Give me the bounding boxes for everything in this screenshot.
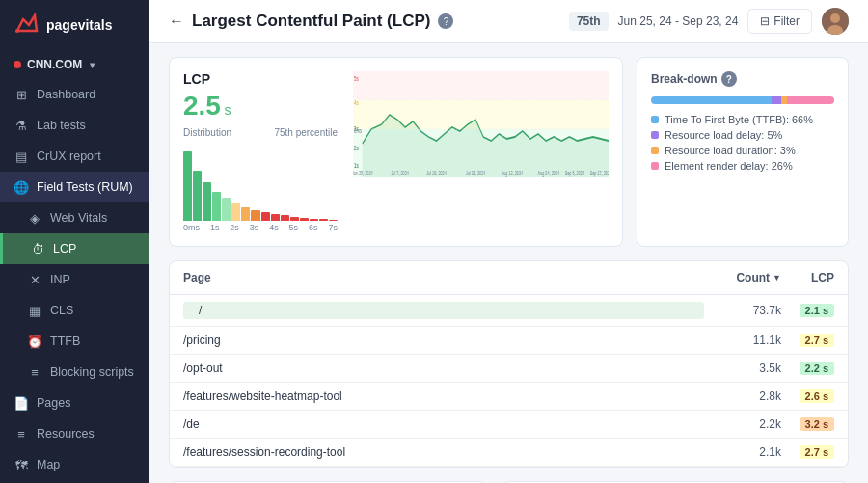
ttfb-icon: ⏰ [27, 334, 42, 349]
svg-text:2s: 2s [354, 144, 359, 152]
breakdown-segment [651, 96, 772, 104]
lcp-badge: 2.2 s [800, 362, 834, 375]
inp-icon: ✕ [27, 272, 42, 287]
sidebar-item-lab-tests[interactable]: ⚗ Lab tests [0, 110, 149, 141]
distribution-chart [183, 144, 338, 221]
sidebar-item-ttfb[interactable]: ⏰ TTFB [0, 326, 149, 357]
sidebar-label-ttfb: TTFB [50, 335, 80, 348]
lcp-badge: 2.7 s [800, 445, 834, 459]
legend-item: Element render delay: 26% [651, 160, 834, 172]
page-title: Largest Contentful Paint (LCP) [192, 12, 430, 31]
legend-item: Resource load delay: 5% [651, 129, 834, 141]
sidebar-label-pages: Pages [37, 396, 70, 410]
sidebar-item-blocking-scripts[interactable]: ≡ Blocking scripts [0, 357, 149, 388]
dist-bar [300, 218, 309, 221]
dist-bar [212, 192, 221, 221]
table-row[interactable]: /features/website-heatmap-tool2.8k2.6 s [170, 383, 848, 411]
field-tests-icon: 🌐 [14, 179, 29, 195]
map-icon: 🗺 [14, 457, 29, 472]
table-row[interactable]: /de2.2k3.2 s [170, 411, 848, 439]
row-lcp: 2.7 s [781, 334, 834, 347]
sort-icon: ▼ [773, 273, 781, 282]
sidebar-item-lcp[interactable]: ⏱ LCP [0, 233, 149, 264]
filter-button[interactable]: ⊟ Filter [747, 9, 812, 34]
help-icon[interactable]: ? [438, 13, 453, 29]
site-dropdown-icon: ▾ [90, 60, 95, 70]
breakdown-segment [772, 96, 781, 104]
top-header: ← Largest Contentful Paint (LCP) ? 75th … [149, 0, 868, 43]
col-count-header[interactable]: Count ▼ [704, 271, 781, 284]
filter-icon: ⊟ [760, 14, 770, 28]
sidebar-item-field-tests[interactable]: 🌐 Field Tests (RUM) [0, 172, 149, 202]
dist-bar [222, 198, 231, 221]
table-row[interactable]: /pricing11.1k2.7 s [170, 327, 848, 355]
dashboard-icon: ⊞ [14, 87, 29, 102]
table-header: Page Count ▼ LCP [170, 261, 848, 295]
row-count: 11.1k [704, 334, 781, 347]
middle-section: Page Count ▼ LCP /73.7k2.1 s/pricing11.1… [169, 260, 849, 468]
row-page: /pricing [183, 334, 704, 347]
site-indicator [14, 61, 21, 68]
svg-text:1s: 1s [354, 161, 359, 170]
svg-text:Sep 17, 2024: Sep 17, 2024 [590, 170, 609, 176]
lcp-unit: s [225, 102, 231, 118]
user-avatar[interactable] [822, 8, 849, 35]
crux-icon: ▤ [14, 148, 29, 164]
sidebar-label-lcp: LCP [53, 242, 76, 255]
svg-text:0ms: 0ms [354, 126, 362, 135]
sidebar-item-crux-report[interactable]: ▤ CrUX report [0, 141, 149, 172]
dist-bar [231, 203, 240, 221]
row-lcp: 2.1 s [781, 304, 834, 317]
table-row[interactable]: /features/session-recording-tool2.1k2.7 … [170, 439, 848, 467]
svg-text:Aug 24, 2024: Aug 24, 2024 [538, 170, 559, 176]
sidebar-label-field-tests: Field Tests (RUM) [37, 180, 133, 194]
site-name: CNN.COM [27, 58, 82, 71]
row-lcp: 2.2 s [781, 362, 834, 375]
sidebar-item-resources[interactable]: ≡ Resources [0, 418, 149, 449]
breakdown-label: Break-down [651, 72, 718, 86]
row-count: 2.8k [704, 389, 781, 403]
breakdown-bar [651, 96, 834, 104]
table-row[interactable]: /73.7k2.1 s [170, 295, 848, 327]
pagevitals-logo-icon [14, 12, 41, 39]
dist-bar [261, 212, 270, 221]
legend-item: Time To First Byte (TTFB): 66% [651, 114, 834, 125]
filter-label: Filter [773, 14, 800, 28]
row-count: 3.5k [704, 362, 781, 375]
dist-bar [241, 207, 250, 221]
row-lcp: 3.2 s [781, 417, 834, 431]
sidebar-label-blocking-scripts: Blocking scripts [50, 365, 134, 379]
sidebar-nav: ⊞ Dashboard ⚗ Lab tests ▤ CrUX report 🌐 … [0, 79, 149, 483]
legend-item: Resource load duration: 3% [651, 145, 834, 156]
main-content: ← Largest Contentful Paint (LCP) ? 75th … [149, 0, 868, 483]
svg-rect-5 [353, 71, 609, 100]
dist-bar [251, 210, 259, 221]
table-row[interactable]: /opt-out3.5k2.2 s [170, 355, 848, 383]
row-count: 2.1k [704, 445, 781, 459]
sidebar-item-cls[interactable]: ▦ CLS [0, 295, 149, 326]
logo-text: pagevitals [46, 17, 112, 33]
sidebar-site[interactable]: CNN.COM ▾ [0, 50, 149, 79]
sidebar-item-map[interactable]: 🗺 Map [0, 449, 149, 480]
legend-dot [651, 147, 659, 154]
breakdown-title: Break-down ? [651, 71, 834, 87]
svg-text:4s: 4s [354, 98, 359, 107]
web-vitals-icon: ◈ [27, 210, 42, 226]
dist-bar [203, 182, 211, 221]
breakdown-help-icon[interactable]: ? [721, 71, 737, 87]
sidebar-item-dashboard[interactable]: ⊞ Dashboard [0, 79, 149, 110]
legend-text: Element render delay: 26% [665, 160, 793, 172]
sidebar-item-web-vitals[interactable]: ◈ Web Vitals [0, 202, 149, 233]
svg-text:Jul 19, 2024: Jul 19, 2024 [426, 170, 447, 176]
sidebar-item-inp[interactable]: ✕ INP [0, 264, 149, 295]
dist-label: Distribution [183, 127, 231, 138]
lcp-sublabels: Distribution 75th percentile [183, 127, 338, 138]
time-series-chart: 5s 4s 3s 2s 1s Jun 25, 2024 Jul 7, 2024 … [353, 71, 609, 177]
pages-table: Page Count ▼ LCP /73.7k2.1 s/pricing11.1… [169, 260, 849, 468]
svg-text:Jul 31, 2024: Jul 31, 2024 [466, 170, 486, 176]
sidebar-item-pages[interactable]: 📄 Pages [0, 388, 149, 418]
legend-text: Resource load duration: 3% [665, 145, 796, 156]
dist-bar [281, 215, 289, 221]
dist-bar [310, 219, 318, 221]
back-button[interactable]: ← [169, 13, 184, 30]
